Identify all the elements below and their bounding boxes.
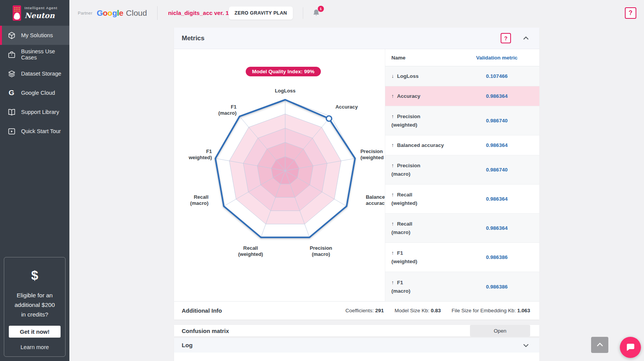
sidebar-item-dataset-storage[interactable]: Dataset Storage — [0, 64, 69, 83]
radar-axis-label-balanced-accuracy: Balancedaccuracy — [366, 194, 385, 206]
stat-value: 291 — [375, 308, 384, 313]
metric-value: 0.986386 — [460, 254, 534, 260]
logo-brand: Neuton — [25, 11, 58, 20]
stat-file-size-for-embedding-kb: File Size for Embedding Kb: 1.063 — [452, 308, 530, 313]
zero-gravity-plan-button[interactable]: ZERO GRAVITY PLAN — [229, 7, 293, 20]
sidebar-item-business-use-cases[interactable]: Business Use Cases — [0, 45, 69, 64]
radar-axis-label-f1-macro: F1(macro) — [218, 104, 237, 116]
validation-metric-column-header[interactable]: Validation metric — [460, 55, 534, 61]
model-quality-badge: Model Quality Index: 99% — [246, 67, 321, 76]
metric-name-line2: (weighted) — [391, 257, 460, 265]
log-header[interactable]: Log — [174, 338, 539, 353]
metric-value: 0.986364 — [460, 142, 534, 148]
log-title: Log — [182, 342, 192, 349]
neuton-logo-icon — [13, 5, 21, 21]
metric-name-line1: Precision — [397, 163, 421, 168]
metric-row-recall-macro[interactable]: ↑Recall(macro)0.986364 — [385, 214, 539, 243]
metrics-title: Metrics — [182, 35, 205, 42]
metrics-header: Metrics ? — [174, 28, 539, 49]
arrow-down-icon: ↓ — [391, 73, 394, 79]
metric-name: ↓LogLoss — [391, 72, 460, 80]
sidebar: Intelligent Agent Neuton My SolutionsBus… — [0, 0, 69, 361]
additional-info-stats: Coefficients: 291Model Size Kb: 0.83File… — [345, 308, 530, 313]
radar-chart-area: Model Quality Index: 99% LogLossAccuracy… — [174, 49, 385, 301]
get-it-now-button[interactable]: Get it now! — [9, 326, 61, 338]
metric-row-recall-weighted[interactable]: ↑Recall(weighted)0.986364 — [385, 185, 539, 214]
metric-name-line1: Recall — [397, 221, 412, 227]
learn-more-link[interactable]: Learn more — [9, 344, 61, 350]
cube-icon — [7, 31, 16, 40]
metric-row-balanced-accuracy[interactable]: ↑Balanced accuracy0.986364 — [385, 135, 539, 155]
project-title: nicla_digits_acc ver. 1 — [168, 10, 228, 16]
topbar: Partner GoogleCloud nicla_digits_acc ver… — [69, 0, 644, 26]
cloud-word: Cloud — [126, 8, 147, 18]
scroll-to-top-button[interactable] — [591, 337, 608, 353]
metric-name: ↑Recall(weighted) — [391, 191, 460, 207]
sidebar-item-quick-start-tour[interactable]: Quick Start Tour — [0, 122, 69, 141]
additional-info-title: Additional Info — [182, 307, 222, 314]
chat-button[interactable] — [620, 337, 641, 358]
name-column-header: Name — [391, 55, 460, 61]
metric-row-precision-macro[interactable]: ↑Precision(macro)0.986740 — [385, 155, 539, 185]
metric-value: 0.986740 — [460, 167, 534, 173]
metric-row-precision-weighted[interactable]: ↑Precision(weighted)0.986740 — [385, 106, 539, 135]
briefcase-icon — [7, 50, 16, 59]
dollar-icon: $ — [9, 268, 61, 283]
arrow-up-icon: ↑ — [391, 192, 394, 198]
play-icon — [7, 127, 16, 135]
app-logo[interactable]: Intelligent Agent Neuton — [0, 0, 69, 26]
metric-name-line1: F1 — [397, 280, 403, 285]
metric-row-f1-macro[interactable]: ↑F1(macro)0.986386 — [385, 272, 539, 301]
metric-name-line2: (macro) — [391, 287, 460, 295]
confusion-matrix-title: Confusion matrix — [182, 328, 229, 334]
metric-row-f1-weighted[interactable]: ↑F1(weighted)0.986386 — [385, 243, 539, 272]
metric-name: ↑Precision(weighted) — [391, 112, 460, 129]
chevron-up-icon — [596, 342, 603, 348]
metrics-collapse-button[interactable] — [523, 35, 529, 41]
notifications-button[interactable]: 1 — [312, 8, 322, 18]
radar-axis-label-logloss: LogLoss — [275, 88, 296, 94]
bell-icon — [312, 12, 321, 18]
metric-name-line1: Recall — [397, 192, 412, 198]
metric-name: ↑F1(macro) — [391, 279, 460, 295]
google-letter: o — [107, 8, 112, 17]
metric-name-line1: Precision — [397, 114, 421, 119]
topbar-help-button[interactable]: ? — [625, 7, 636, 19]
stat-label: Model Size Kb: — [394, 308, 429, 313]
book-icon — [7, 108, 16, 116]
logo-tagline: Intelligent Agent — [25, 6, 58, 10]
promo-text: Eligible for an additional $200 in credi… — [9, 290, 61, 319]
metric-name: ↑F1(weighted) — [391, 249, 460, 265]
google-g-icon: G — [7, 89, 16, 97]
confusion-matrix-card: Confusion matrix Open — [174, 325, 539, 336]
stat-label: File Size for Embedding Kb: — [452, 308, 516, 313]
google-letter: g — [112, 8, 117, 17]
sidebar-item-support-library[interactable]: Support Library — [0, 102, 69, 122]
metric-name-line1: Accuracy — [397, 93, 421, 99]
stat-value: 0.83 — [431, 308, 441, 313]
google-letter: o — [103, 8, 107, 17]
metrics-table: Name Validation metric ↓LogLoss0.107466↑… — [385, 49, 539, 301]
metric-value: 0.986364 — [460, 93, 534, 99]
stat-label: Coefficients: — [345, 308, 374, 313]
arrow-up-icon: ↑ — [391, 142, 394, 148]
arrow-up-icon: ↑ — [391, 280, 394, 285]
google-cloud-logo: GoogleCloud — [97, 8, 147, 18]
sidebar-item-google-cloud[interactable]: GGoogle Cloud — [0, 83, 69, 102]
open-confusion-matrix-button[interactable]: Open — [470, 325, 530, 336]
radar-axis-label-f1-weighted: F1weighted) — [188, 148, 212, 160]
metrics-table-header: Name Validation metric — [385, 49, 539, 66]
sidebar-item-my-solutions[interactable]: My Solutions — [0, 26, 69, 45]
metrics-help-button[interactable]: ? — [501, 33, 511, 43]
metrics-card: Metrics ? Model Quality Index: 99% LogLo… — [174, 28, 539, 320]
metric-row-logloss[interactable]: ↓LogLoss0.107466 — [385, 66, 539, 86]
arrow-up-icon: ↑ — [391, 93, 394, 99]
sidebar-item-label: Quick Start Tour — [21, 128, 61, 134]
layers-icon — [7, 69, 16, 78]
log-expand-button[interactable] — [523, 343, 529, 348]
arrow-up-icon: ↑ — [391, 221, 394, 227]
radar-marker-accuracy — [326, 116, 332, 121]
metric-row-accuracy[interactable]: ↑Accuracy0.986364 — [385, 86, 539, 106]
chevron-up-icon — [523, 35, 529, 41]
log-card: Log — [174, 338, 539, 361]
